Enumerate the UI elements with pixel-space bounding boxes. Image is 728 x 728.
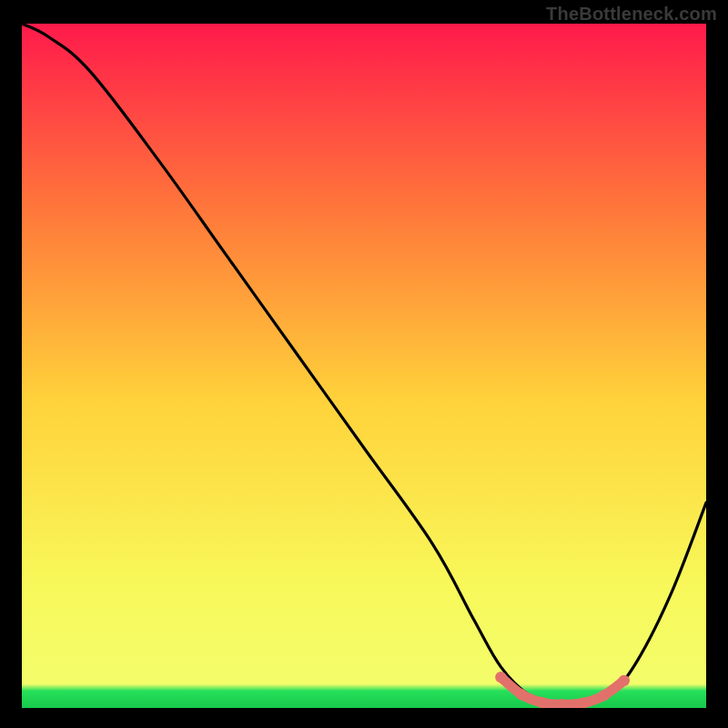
highlight-dot [495,672,506,682]
gradient-background [22,24,706,708]
highlight-dot [619,675,630,686]
highlight-dot [598,690,609,701]
plot-area [22,24,706,708]
watermark-text: TheBottleneck.com [546,4,717,25]
chart-svg [22,24,706,708]
chart-stage: TheBottleneck.com [0,0,728,728]
highlight-dot [536,697,547,708]
highlight-dot [516,689,527,700]
